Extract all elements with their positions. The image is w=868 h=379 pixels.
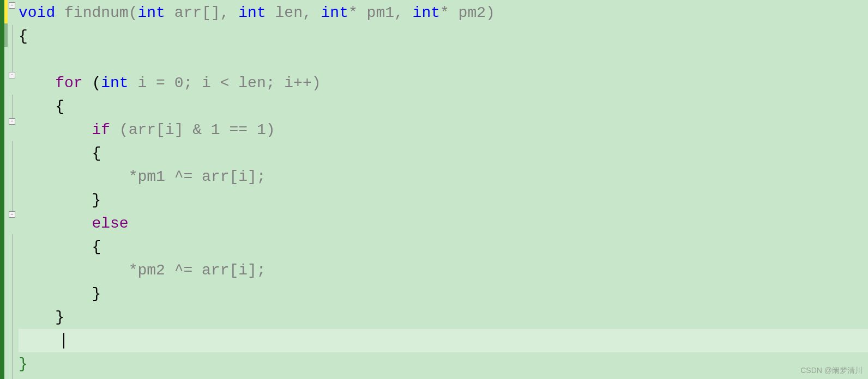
code-line: void findnum(int arr[], int len, int* pm… <box>19 1 868 25</box>
fold-icon-if[interactable]: − <box>9 118 15 125</box>
fold-icon-function[interactable]: − <box>9 2 15 9</box>
fold-icon-for[interactable]: − <box>9 72 15 78</box>
code-line: } <box>19 282 868 305</box>
code-line: *pm2 ^= arr[i]; <box>19 259 868 282</box>
code-line: for (int i = 0; i < len; i++) <box>19 71 868 95</box>
code-line: } <box>19 188 868 212</box>
fold-column: − − − − <box>8 0 16 379</box>
code-line: { <box>19 235 868 259</box>
code-line: { <box>19 142 868 165</box>
code-line: *pm1 ^= arr[i]; <box>19 165 868 188</box>
watermark: CSDN @阚梦清川 <box>800 366 863 376</box>
code-line: else <box>19 212 868 235</box>
code-line: { <box>19 25 868 48</box>
code-line: { <box>19 95 868 118</box>
code-editor[interactable]: void findnum(int arr[], int len, int* pm… <box>16 0 868 379</box>
fold-icon-else[interactable]: − <box>9 211 15 218</box>
code-line: } <box>19 352 868 376</box>
code-line: if (arr[i] & 1 == 1) <box>19 118 868 142</box>
editor-gutter <box>0 0 4 379</box>
cursor-line <box>19 329 868 352</box>
code-line: } <box>19 305 868 329</box>
code-line <box>19 48 868 71</box>
